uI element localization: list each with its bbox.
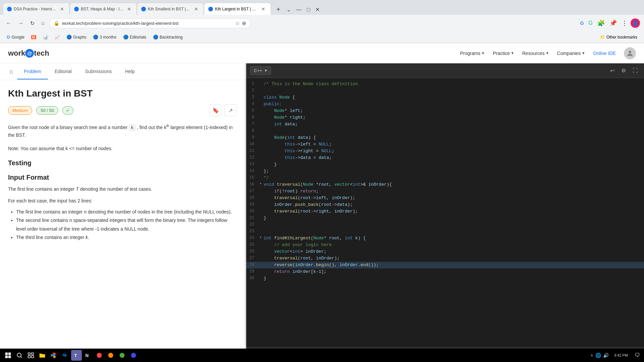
- extension-icon[interactable]: ⊕: [242, 20, 246, 26]
- tray-chevron[interactable]: ∧: [590, 353, 593, 358]
- code-line-24: 24 ▾ int findKthLargest(Node* root, int …: [246, 235, 644, 242]
- code-line-9: 9 Node(int data) {: [246, 134, 644, 141]
- chrome-profile[interactable]: 👤: [631, 18, 640, 28]
- nav-practice[interactable]: Practice ▼: [493, 51, 514, 56]
- code-line-18: 18 traversal(root->left, inOrder);: [246, 195, 644, 201]
- tray-sound[interactable]: 🔊: [603, 353, 609, 358]
- taskbar-app-1[interactable]: [94, 350, 105, 361]
- g-icon[interactable]: G: [579, 19, 586, 27]
- notification-icon[interactable]: 🗨: [633, 352, 641, 358]
- tab-editorial[interactable]: Editorial: [48, 64, 78, 79]
- address-bar[interactable]: 🔒 workat.tech/problem-solving/practice/k…: [49, 18, 251, 28]
- bookmark-chart2[interactable]: 📈: [52, 34, 62, 41]
- problem-content: Kth Largest in BST Medium 50 / 50 ✓ 🔖 ↗ …: [0, 80, 245, 362]
- taskbar-onenote[interactable]: N: [83, 350, 93, 361]
- site-logo[interactable]: work@tech: [8, 49, 49, 58]
- taskbar-app-2[interactable]: [105, 350, 116, 361]
- user-avatar[interactable]: [624, 47, 636, 59]
- close-btn[interactable]: ✕: [313, 5, 322, 14]
- left-panel: ⌂ Problem Editorial Submissions Help Kth…: [0, 63, 245, 362]
- tab-4[interactable]: Kth Largest in BST | Practice Prob... ✕: [204, 3, 271, 15]
- bookmark-3months[interactable]: 🔵 3 months: [90, 34, 119, 41]
- taskbar-start[interactable]: [3, 350, 13, 361]
- taskbar-task-view[interactable]: [25, 350, 36, 361]
- bookmark-graphs-label: Graphs: [73, 35, 86, 40]
- bookmark-m[interactable]: M: [29, 34, 39, 40]
- tab-2[interactable]: BST, Heaps & Map - Interview Q... ✕: [70, 3, 137, 15]
- taskbar-chrome[interactable]: [48, 350, 59, 361]
- nav-resources[interactable]: Resources ▼: [522, 51, 549, 56]
- code-line-15: 15 */: [246, 175, 644, 181]
- nav-programs[interactable]: Programs ▼: [460, 51, 485, 56]
- tab-1-close[interactable]: ✕: [59, 6, 65, 12]
- nav-companies[interactable]: Companies ▼: [557, 51, 585, 56]
- bookmark-btn[interactable]: 🔖: [210, 104, 222, 116]
- bookmark-backtracking[interactable]: 🔵 Backtracking: [150, 34, 185, 41]
- taskbar: T N ∧ 🌐 🔊 9:42 PM 🗨: [0, 349, 644, 362]
- forward-btn[interactable]: →: [16, 19, 25, 27]
- svg-point-15: [108, 353, 113, 358]
- taskbar-teams[interactable]: T: [71, 350, 82, 361]
- nav-online-ide[interactable]: Online IDE: [593, 51, 616, 56]
- tab-list-btn[interactable]: ⌄: [284, 5, 293, 14]
- for-each-desc: For each test case, the input has 2 line…: [8, 197, 236, 205]
- tab-2-close[interactable]: ✕: [126, 6, 132, 12]
- code-line-28: 28 reverse(inOrder.begin(), inOrder.end(…: [246, 262, 644, 268]
- bullet-item-2: The second line contains n space-separat…: [16, 216, 236, 233]
- ext-icon-2[interactable]: 📌: [608, 18, 619, 28]
- code-line-4: 4 public:: [246, 101, 644, 108]
- grammarly-icon[interactable]: G: [587, 19, 594, 27]
- code-lines: 1 /* This is the Node class definition 2…: [246, 78, 644, 285]
- taskbar-edge[interactable]: [60, 350, 70, 361]
- home-btn[interactable]: ⌂: [39, 19, 47, 27]
- home-tab[interactable]: ⌂: [5, 63, 17, 80]
- tray-network[interactable]: 🌐: [595, 353, 601, 358]
- code-line-14: 14 };: [246, 168, 644, 175]
- undo-btn[interactable]: ↩: [608, 66, 616, 75]
- taskbar-file-explorer[interactable]: [37, 350, 48, 361]
- code-line-20: 20 traversal(root->right, inOrder);: [246, 208, 644, 215]
- new-tab-btn[interactable]: +: [274, 4, 283, 15]
- svg-point-17: [131, 353, 136, 358]
- bookmark-google[interactable]: G Google: [4, 34, 27, 41]
- toolbar-icons: G G 🧩 📌 ⋮ 👤: [579, 18, 640, 28]
- code-area[interactable]: 1 /* This is the Node class definition 2…: [246, 78, 644, 347]
- svg-text:N: N: [86, 353, 89, 358]
- taskbar-clock[interactable]: 9:42 PM: [611, 353, 631, 358]
- share-btn[interactable]: ↗: [224, 104, 236, 116]
- tab-4-title: Kth Largest in BST | Practice Prob...: [215, 7, 258, 11]
- taskbar-app-4[interactable]: [128, 350, 139, 361]
- back-btn[interactable]: ←: [4, 19, 13, 27]
- input-format-desc: The first line contains an integer T den…: [8, 185, 236, 193]
- tab-3-title: Kth Smallest in BST | Practice Pro...: [148, 7, 191, 11]
- tab-4-close[interactable]: ✕: [260, 6, 267, 12]
- ext-icon-1[interactable]: 🧩: [596, 18, 606, 28]
- bookmark-editorials[interactable]: 🔵 Editorials: [120, 34, 149, 41]
- taskbar-app-3[interactable]: [117, 350, 127, 361]
- minimize-btn[interactable]: —: [294, 5, 304, 14]
- tab-submissions[interactable]: Submissions: [78, 64, 118, 79]
- bookmark-m-favicon: M: [31, 35, 36, 39]
- bookmark-chart1[interactable]: 📊: [40, 34, 51, 41]
- bookmark-star-icon[interactable]: ☆: [235, 20, 240, 26]
- fullscreen-btn[interactable]: ⛶: [631, 66, 640, 75]
- tab-1[interactable]: DSA Practice - Interview Questio... ✕: [3, 3, 70, 15]
- tab-1-title: DSA Practice - Interview Questio...: [14, 7, 57, 11]
- maximize-btn[interactable]: □: [305, 5, 312, 14]
- reload-btn[interactable]: ↻: [28, 19, 37, 28]
- tab-3[interactable]: Kth Smallest in BST | Practice Pro... ✕: [137, 3, 204, 15]
- other-bookmarks[interactable]: 📁 Other bookmarks: [597, 34, 640, 41]
- bookmark-graphs[interactable]: 🔵 Graphs: [64, 34, 89, 41]
- tab-help[interactable]: Help: [118, 64, 142, 79]
- settings-btn[interactable]: ⚙: [619, 66, 628, 75]
- ext-icon-3[interactable]: ⋮: [620, 18, 629, 28]
- language-selector[interactable]: C++ ▼: [250, 66, 271, 75]
- taskbar-search[interactable]: [14, 350, 25, 361]
- tab-3-close[interactable]: ✕: [193, 6, 200, 12]
- bookmark-backtracking-label: Backtracking: [160, 35, 183, 40]
- site-nav: Programs ▼ Practice ▼ Resources ▼ Compan…: [460, 47, 636, 59]
- problem-tabs: ⌂ Problem Editorial Submissions Help: [0, 63, 245, 80]
- address-url: workat.tech/problem-solving/practice/kth…: [62, 21, 232, 26]
- svg-line-6: [21, 357, 22, 358]
- tab-problem[interactable]: Problem: [17, 64, 48, 79]
